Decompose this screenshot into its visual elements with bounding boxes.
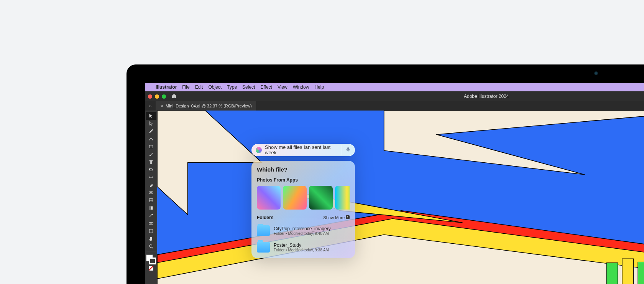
gradient-tool[interactable] [146, 204, 156, 212]
curvature-tool[interactable] [146, 135, 156, 143]
svg-rect-6 [149, 222, 151, 224]
siri-prompt: Which file? [257, 166, 350, 173]
zoom-tool[interactable] [146, 243, 156, 250]
none-swatch-icon[interactable] [149, 266, 153, 271]
selection-tool[interactable] [146, 112, 156, 120]
folder-icon [257, 242, 270, 253]
siri-results-panel: Which file? Photos From Apps Folders Sho… [251, 161, 355, 258]
workarea [145, 111, 644, 284]
monitor-bezel: Illustrator File Edit Object Type Select… [127, 64, 644, 284]
window-titlebar: Adobe Illustrator 2024 [145, 91, 644, 101]
close-tab-icon[interactable]: ✕ [160, 104, 163, 108]
width-tool[interactable] [146, 173, 156, 181]
menubar-select[interactable]: Select [242, 84, 255, 90]
mac-menubar: Illustrator File Edit Object Type Select… [145, 83, 644, 91]
tools-panel [145, 111, 157, 284]
window-controls [148, 94, 166, 99]
eraser-tool[interactable] [146, 181, 156, 189]
blend-tool[interactable] [146, 220, 156, 227]
folder-result[interactable]: CityPop_reference_imagery Folder • Modif… [257, 223, 350, 239]
photo-thumbnail[interactable] [283, 186, 307, 210]
siri-search-bar[interactable]: Show me all files Ian sent last week [251, 144, 355, 156]
camera-icon [594, 71, 598, 75]
screen: Illustrator File Edit Object Type Select… [145, 83, 644, 284]
shape-builder-tool[interactable] [146, 189, 156, 196]
photos-section-label: Photos From Apps [257, 177, 350, 183]
svg-rect-7 [151, 222, 153, 224]
folder-name: Poster_Study [274, 243, 329, 248]
menubar-file[interactable]: File [182, 84, 189, 90]
zoom-icon[interactable] [162, 94, 166, 99]
chevron-right-icon [346, 215, 350, 220]
siri-query-text[interactable]: Show me all files Ian sent last week [265, 145, 342, 155]
artwork [157, 111, 644, 284]
canvas[interactable] [157, 111, 644, 284]
folder-meta: Folder • Modified today, 9:40 AM [274, 231, 331, 236]
tab-label: Mini_Design_04.ai @ 32.37 % (RGB/Preview… [166, 104, 252, 108]
siri-overlay: Show me all files Ian sent last week Whi… [251, 144, 355, 258]
svg-point-9 [150, 245, 152, 248]
svg-rect-19 [638, 262, 644, 284]
direct-selection-tool[interactable] [146, 120, 156, 127]
perspective-grid-tool[interactable] [146, 196, 156, 204]
svg-rect-0 [150, 145, 153, 148]
show-more-label: Show More [323, 215, 345, 220]
document-tab[interactable]: ✕ Mini_Design_04.ai @ 32.37 % (RGB/Previ… [156, 101, 257, 111]
svg-rect-18 [622, 259, 634, 284]
photo-thumbnail[interactable] [335, 186, 350, 210]
folder-icon [257, 225, 270, 236]
menubar-effect[interactable]: Effect [260, 84, 272, 90]
hand-tool[interactable] [146, 235, 156, 243]
siri-icon [256, 147, 262, 153]
menubar-window[interactable]: Window [293, 84, 309, 90]
menubar-type[interactable]: Type [227, 84, 237, 90]
menubar-view[interactable]: View [278, 84, 288, 90]
microphone-icon[interactable] [345, 147, 351, 154]
rotate-tool[interactable] [146, 166, 156, 173]
close-icon[interactable] [148, 94, 152, 99]
tool-separator [146, 251, 156, 251]
pen-tool[interactable] [146, 127, 156, 135]
photos-row [257, 186, 350, 210]
stroke-swatch[interactable] [149, 258, 156, 264]
panel-expand-icon[interactable]: ›› [145, 104, 156, 108]
minimize-icon[interactable] [155, 94, 159, 99]
artboard-tool[interactable] [146, 227, 156, 235]
menubar-object[interactable]: Object [208, 84, 222, 90]
folder-result[interactable]: Poster_Study Folder • Modified today, 9:… [257, 239, 350, 255]
menubar-app[interactable]: Illustrator [156, 84, 177, 90]
rectangle-tool[interactable] [146, 143, 156, 150]
menubar-edit[interactable]: Edit [195, 84, 203, 90]
svg-rect-17 [606, 263, 618, 284]
svg-rect-8 [150, 230, 153, 233]
show-more-button[interactable]: Show More [323, 215, 350, 220]
paintbrush-tool[interactable] [146, 150, 156, 158]
folder-name: CityPop_reference_imagery [274, 226, 331, 231]
svg-rect-5 [150, 206, 151, 210]
document-tabs: ›› ✕ Mini_Design_04.ai @ 32.37 % (RGB/Pr… [145, 101, 644, 111]
type-tool[interactable] [146, 158, 156, 166]
svg-rect-20 [346, 215, 350, 219]
photo-thumbnail[interactable] [257, 186, 281, 210]
menubar-help[interactable]: Help [314, 84, 324, 90]
folder-meta: Folder • Modified today, 9:38 AM [274, 248, 329, 252]
eyedropper-tool[interactable] [146, 212, 156, 220]
folders-section-label: Folders [257, 215, 273, 220]
home-icon[interactable] [171, 93, 177, 99]
window-title: Adobe Illustrator 2024 [464, 94, 509, 99]
fill-stroke-swatch[interactable] [146, 254, 156, 264]
photo-thumbnail[interactable] [309, 186, 333, 210]
